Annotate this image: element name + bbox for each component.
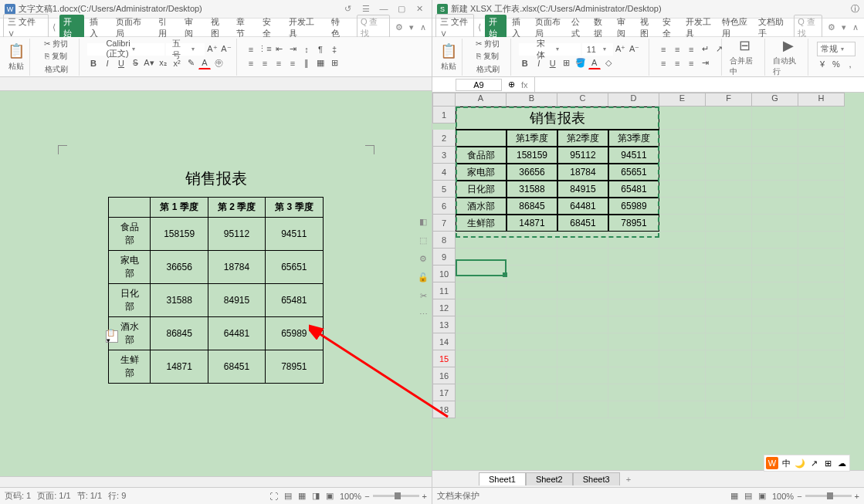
cell[interactable] <box>608 266 659 282</box>
col-C[interactable]: C <box>557 93 608 107</box>
row-15[interactable]: 15 <box>432 350 456 367</box>
cell[interactable] <box>798 232 845 249</box>
excel-orient-icon[interactable]: ↗ <box>713 43 725 56</box>
word-sales-table[interactable]: 第 1 季度 第 2 季度 第 3 季度 食品部1581599511294511… <box>108 197 323 384</box>
copy-button[interactable]: ⎘ 复制 <box>45 51 67 62</box>
row-7[interactable]: 7 <box>432 215 456 232</box>
cell[interactable] <box>557 249 608 266</box>
cell-C7[interactable]: 68451 <box>557 215 608 232</box>
cell[interactable] <box>798 282 845 299</box>
cell-B2[interactable]: 第1季度 <box>507 130 557 147</box>
excel-help-icon[interactable]: ⓘ <box>851 3 859 15</box>
cell[interactable] <box>752 282 798 299</box>
excel-inc-font-icon[interactable]: A⁺ <box>615 43 627 56</box>
col-H[interactable]: H <box>798 93 845 107</box>
cell[interactable] <box>507 249 557 266</box>
cell[interactable] <box>456 384 507 401</box>
comma-icon[interactable]: , <box>844 58 856 70</box>
cell[interactable] <box>456 266 507 282</box>
ruby-icon[interactable]: ㊥ <box>212 57 225 69</box>
cell[interactable] <box>706 249 752 266</box>
view-outline-icon[interactable]: ▦ <box>298 491 306 501</box>
cell[interactable] <box>507 266 557 282</box>
shading-icon[interactable]: ▦ <box>314 57 327 69</box>
cut-button[interactable]: ✂ 剪切 <box>44 39 68 49</box>
cell[interactable] <box>752 401 798 418</box>
cell-A7[interactable]: 生鲜部 <box>456 215 507 232</box>
cell-A3[interactable]: 食品部 <box>456 147 507 164</box>
paste-icon[interactable]: 📋 <box>8 42 25 59</box>
cell[interactable] <box>752 181 798 198</box>
cell-C6[interactable]: 64481 <box>557 198 608 215</box>
excel-wrap-icon[interactable]: ↵ <box>699 43 711 56</box>
excel-opt2-icon[interactable]: ▾ <box>839 22 849 32</box>
excel-zoom[interactable]: 100% −+ <box>772 492 859 501</box>
row-11[interactable]: 11 <box>432 282 456 299</box>
cell[interactable] <box>798 147 845 164</box>
cell[interactable] <box>456 299 507 316</box>
word-hscroll[interactable] <box>0 476 432 487</box>
autorun-icon[interactable]: ▶ <box>783 37 794 54</box>
align-left-icon[interactable]: ≡ <box>245 57 257 69</box>
cell[interactable] <box>706 198 752 215</box>
excel-view3-icon[interactable]: ▣ <box>758 491 766 501</box>
row-1[interactable]: 1 <box>432 107 456 123</box>
cell[interactable] <box>608 232 659 249</box>
cell[interactable] <box>659 215 706 232</box>
font-select[interactable]: Calibri (正文)▾ <box>87 43 164 56</box>
cell-C3[interactable]: 95112 <box>557 147 608 164</box>
excel-border-icon[interactable]: ⊞ <box>561 57 573 69</box>
word-menu-icon[interactable]: ☰ <box>358 4 374 14</box>
cell-C5[interactable]: 84915 <box>557 181 608 198</box>
align-justify-icon[interactable]: ≡ <box>286 57 299 69</box>
cell[interactable] <box>798 164 845 181</box>
cell[interactable] <box>798 107 845 130</box>
ime-grid-icon[interactable]: ⊞ <box>822 457 834 469</box>
cell[interactable] <box>456 333 507 350</box>
ime-moon-icon[interactable]: 🌙 <box>794 457 806 469</box>
cell[interactable] <box>456 316 507 333</box>
excel-view2-icon[interactable]: ▤ <box>744 491 752 501</box>
cell[interactable] <box>798 299 845 316</box>
word-opt1-icon[interactable]: ⚙ <box>393 22 405 32</box>
cell[interactable] <box>798 350 845 367</box>
cell-C2[interactable]: 第2季度 <box>557 130 608 147</box>
excel-size-select[interactable]: 11▾ <box>582 43 613 56</box>
excel-indent-icon[interactable]: ⇥ <box>699 57 711 69</box>
bullets-icon[interactable]: ≡ <box>245 43 257 56</box>
word-max-icon[interactable]: ▢ <box>394 4 409 14</box>
cell[interactable] <box>659 316 706 333</box>
cell[interactable] <box>752 198 798 215</box>
cell[interactable] <box>507 384 557 401</box>
cell[interactable] <box>706 316 752 333</box>
highlight-icon[interactable]: ✎ <box>185 57 197 69</box>
size-select[interactable]: 五号▾ <box>166 43 205 56</box>
italic-icon[interactable]: I <box>101 57 114 69</box>
excel-cellstyle-icon[interactable]: ◇ <box>602 57 615 69</box>
cell[interactable] <box>507 333 557 350</box>
cell[interactable] <box>706 282 752 299</box>
excel-bot-icon[interactable]: ≡ <box>685 43 697 56</box>
cell[interactable] <box>706 181 752 198</box>
view-web-icon[interactable]: ◨ <box>312 491 320 501</box>
row-3[interactable]: 3 <box>432 147 456 164</box>
excel-paste-icon[interactable]: 📋 <box>440 42 457 59</box>
cell[interactable] <box>706 333 752 350</box>
cell[interactable] <box>752 350 798 367</box>
cell[interactable] <box>752 130 798 147</box>
cell[interactable] <box>798 198 845 215</box>
cell[interactable] <box>752 299 798 316</box>
paste-options-icon[interactable]: 📋 ▾ <box>106 330 118 343</box>
wps-badge-icon[interactable]: W <box>766 457 778 469</box>
excel-view1-icon[interactable]: ▦ <box>730 491 738 501</box>
cell[interactable] <box>706 367 752 384</box>
excel-underline-icon[interactable]: U <box>547 57 559 69</box>
cell-B6[interactable]: 86845 <box>507 198 557 215</box>
row-6[interactable]: 6 <box>432 198 456 215</box>
row-10[interactable]: 10 <box>432 266 456 282</box>
word-opt2-icon[interactable]: ▾ <box>407 22 416 32</box>
row-17[interactable]: 17 <box>432 384 456 401</box>
ime-arrow-icon[interactable]: ↗ <box>808 457 820 469</box>
side-props-icon[interactable]: ⚙ <box>416 252 430 266</box>
merge-icon[interactable]: ⊟ <box>739 37 750 54</box>
